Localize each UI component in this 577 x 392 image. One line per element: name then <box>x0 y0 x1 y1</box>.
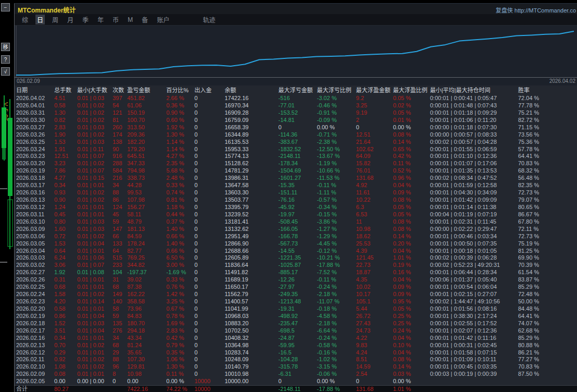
menu-item-币[interactable]: 币 <box>111 15 120 24</box>
table-row[interactable]: 2026.03.241.910.01 | 0.1190179.201.14 %0… <box>15 146 577 153</box>
table-row[interactable]: 2026.03.036.240.01 | 0.06515769.256.50 %… <box>15 254 577 262</box>
website-link[interactable]: 复盘侠 http://MTCommander.co <box>496 6 576 14</box>
menu-item-备[interactable]: 备 <box>140 15 150 24</box>
table-row[interactable]: 2026.02.160.340.01 | 0.013443.340.42 %01… <box>15 335 577 342</box>
minimize-button[interactable]: − <box>1 3 10 11</box>
cell-date: 2026.02.20 <box>16 305 54 313</box>
table-row[interactable]: 2026.03.184.270.01 | 0.15216338.732.48 %… <box>15 175 577 182</box>
table-row[interactable]: 2026.02.120.290.01 | 0.012935.650.35 %01… <box>15 349 577 357</box>
column-header-balance: 余额 <box>225 86 277 94</box>
table-row[interactable]: 2026.02.234.200.01 | 0.14140358.583.25 %… <box>15 298 577 305</box>
table-row[interactable]: 2026.03.040.640.01 | 0.016482.770.66 %01… <box>15 248 577 255</box>
cell-hold-time: 0:00:01 | 0:01:35 | 0:13:53 <box>430 167 517 175</box>
menu-item-周[interactable]: 周 <box>51 15 60 24</box>
table-row[interactable]: 2026.03.251.530.01 | 0.03138182.201.14 %… <box>15 139 577 146</box>
table-row[interactable]: 2026.02.181.520.01 | 0.03135180.701.69 %… <box>15 320 577 327</box>
cell-min-max-lots: 0.01 | 0.01 <box>77 371 112 378</box>
cell-deposit-withdraw: 0 <box>194 335 224 342</box>
cell-trades: 88 <box>113 356 127 363</box>
table-row[interactable]: 2026.02.101.080.01 | 0.0296129.811.30 %0… <box>15 363 577 371</box>
menu-item-轨迹[interactable]: 轨迹 <box>201 15 217 24</box>
table-row[interactable]: 2026.03.023.060.01 | 0.07233344.823.00 %… <box>15 262 577 269</box>
table-row[interactable]: 2026.02.130.700.01 | 0.026881.240.79 %01… <box>15 342 577 349</box>
cell-max-float-profit: 76.01 <box>356 167 392 175</box>
table-row[interactable]: 2026.02.271.920.01 | 0.08104-197.37-1.69… <box>15 269 577 276</box>
table-row[interactable]: 2026.02.250.680.01 | 0.016887.380.76 %01… <box>15 284 577 291</box>
cell-balance: 13239.52 <box>225 211 277 218</box>
cell-date: 2026.03.26 <box>16 131 54 139</box>
table-row[interactable]: 2026.03.060.720.01 | 0.026684.590.66 %01… <box>15 233 577 240</box>
table-row[interactable]: 2026.03.272.830.01 | 0.03260313.501.92 %… <box>15 124 577 131</box>
table-row[interactable]: 2026.02.200.580.01 | 0.015873.960.67 %01… <box>15 305 577 313</box>
table-row[interactable]: 2026.03.091.600.01 | 0.03147181.131.40 %… <box>15 226 577 233</box>
menu-item-账户[interactable]: 账户 <box>155 15 171 24</box>
table-row[interactable]: 2026.03.300.820.01 | 0.0281100.700.60 %0… <box>15 117 577 124</box>
table-row[interactable]: 2026.03.051.530.01 | 0.04133178.241.40 %… <box>15 240 577 248</box>
cell-win-rate: 87.50 % <box>518 371 560 378</box>
cell-max-float-loss: -16.5 <box>278 349 316 357</box>
cell-deposit-withdraw: 0 <box>194 139 224 146</box>
cell-hold-time: 0:00:01 | 0:01:55 | 0:06:59 <box>430 146 517 153</box>
cell-total-lots: 0.58 <box>54 305 77 313</box>
cell-profit: 794.98 <box>127 167 165 175</box>
table-row[interactable]: 2026.03.311.300.01 | 0.02121150.190.90 %… <box>15 109 577 117</box>
cell-max-float-loss-pct: -0.24 % <box>317 335 355 342</box>
table-row[interactable]: 2026.03.197.860.01 | 0.07584794.985.68 %… <box>15 167 577 175</box>
cell-deposit-withdraw: 0 <box>194 95 224 102</box>
cell-trades: 88 <box>113 189 127 197</box>
check-button[interactable]: √ <box>1 67 10 76</box>
menu-item-M[interactable]: M <box>126 16 134 24</box>
table-row[interactable]: 2026.03.130.900.01 | 0.0286107.980.81 %0… <box>15 197 577 204</box>
table-row[interactable]: 2026.04.010.580.01 | 0.025461.060.36 %01… <box>15 102 577 109</box>
title-bar: MTCommander统计 复盘侠 http://MTCommander.co <box>15 4 577 14</box>
menu-item-季[interactable]: 季 <box>81 15 90 24</box>
table-row-total[interactable]: 合计80.277422.1674.22 %10000-2148.11-17.88… <box>15 385 577 392</box>
move-button[interactable]: 移 <box>1 43 10 51</box>
cell-deposit-withdraw: 0 <box>194 262 224 269</box>
table-row[interactable]: 2026.03.121.240.01 | 0.01124156.271.18 %… <box>15 204 577 211</box>
table-row[interactable]: 2026.03.110.450.01 | 0.014558.110.44 %01… <box>15 211 577 218</box>
cell-min-max-lots: 0.01 | 0.01 <box>77 276 112 284</box>
cell-max-float-loss: -1213.48 <box>278 298 316 305</box>
table-row[interactable]: 2026.02.090.080.01 | 0.01810.980.11 %010… <box>15 371 577 378</box>
cell-date: 2026.03.27 <box>16 124 54 131</box>
table-row[interactable]: 2026.03.160.930.01 | 0.028899.530.74 %01… <box>15 189 577 197</box>
table-row[interactable]: 2026.03.170.340.01 | 0.013444.280.33 %01… <box>15 182 577 189</box>
table-row[interactable]: 2026.02.241.580.01 | 0.02149162.221.42 %… <box>15 291 577 298</box>
cell-max-float-profit-pct: 0.05 % <box>393 95 429 102</box>
column-header-deposit-withdraw: 出入金 <box>194 86 224 94</box>
cell-balance: 11041.99 <box>225 305 277 313</box>
menu-item-月[interactable]: 月 <box>66 15 75 24</box>
table-row[interactable]: 2026.02.190.860.01 | 0.045984.830.78 %01… <box>15 313 577 320</box>
table-row[interactable]: 2026.03.203.230.01 | 0.02288347.332.35 %… <box>15 160 577 167</box>
cell-deposit-withdraw: 0 <box>194 197 224 204</box>
cell-date: 2026.02.24 <box>16 291 54 298</box>
table-row[interactable]: 2026.03.100.800.01 | 0.035948.790.37 %01… <box>15 218 577 226</box>
menu-item-综[interactable]: 综 <box>20 15 30 24</box>
menu-item-日[interactable]: 日 <box>35 15 45 24</box>
cell-max-float-profit-pct: 0.08 % <box>393 356 429 363</box>
table-row[interactable]: 2026.02.110.920.01 | 0.0288107.301.06 %0… <box>15 356 577 363</box>
table-row[interactable]: 2026.04.024.510.01 | 0.03397451.822.66 %… <box>15 95 577 102</box>
cell-max-float-loss-pct: -0.11 % <box>317 182 355 189</box>
cell-profit: 107.30 <box>127 356 165 363</box>
table-row[interactable]: 2026.03.2312.510.01 | 0.07916645.514.27 … <box>15 153 577 160</box>
cell-hold-time: 0:00:01 | 0:01:58 | 0:07:15 <box>430 349 517 357</box>
table-row[interactable]: 2026.02.050.000.00 | 0.0000.000.00 %1000… <box>15 378 577 385</box>
cell-win-rate: 72.04 % <box>518 95 560 102</box>
cell-date: 2026.03.02 <box>16 262 54 269</box>
window-title: MTCommander统计 <box>18 5 76 14</box>
equity-chart <box>15 26 577 78</box>
cell-hold-time: 0:00:06 | 0:01:37 | 0:05:40 <box>430 276 517 284</box>
cell-date: 2026.03.12 <box>16 204 54 211</box>
column-header-trades: 次数 <box>113 86 127 94</box>
cell-total-lots: 3.23 <box>54 160 77 167</box>
cell-max-float-profit-pct: 0.04 % <box>393 276 429 284</box>
menu-item-年[interactable]: 年 <box>96 15 105 24</box>
cell-max-float-profit-pct: 0.08 % <box>393 197 429 204</box>
table-row[interactable]: 2026.02.173.510.01 | 0.04276294.182.83 %… <box>15 327 577 335</box>
help-button[interactable]: ? <box>1 55 10 64</box>
cell-max-float-loss-pct: -0.91 % <box>317 109 355 117</box>
table-row[interactable]: 2026.02.260.310.01 | 0.013139.020.33 %01… <box>15 276 577 284</box>
table-row[interactable]: 2026.03.261.900.01 | 0.02174209.361.30 %… <box>15 131 577 139</box>
